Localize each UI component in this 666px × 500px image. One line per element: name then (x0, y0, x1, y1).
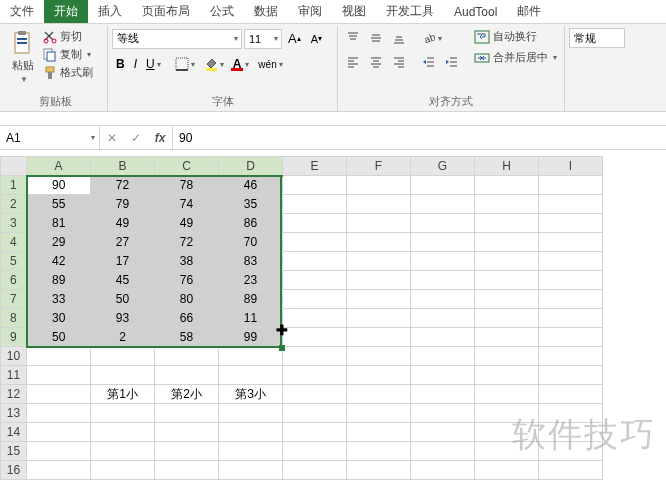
cell[interactable] (411, 461, 475, 480)
cell[interactable] (91, 347, 155, 366)
row-header[interactable]: 10 (1, 347, 27, 366)
cell[interactable]: 78 (155, 176, 219, 195)
cell[interactable] (539, 271, 603, 290)
decrease-font-button[interactable]: A▾ (307, 30, 326, 48)
cell[interactable]: 86 (219, 214, 283, 233)
border-button[interactable]: ▾ (171, 54, 199, 74)
cell[interactable]: 38 (155, 252, 219, 271)
cell[interactable] (283, 404, 347, 423)
row-header[interactable]: 14 (1, 423, 27, 442)
cell[interactable]: 89 (219, 290, 283, 309)
column-header[interactable]: A (27, 157, 91, 176)
cell[interactable]: 50 (91, 290, 155, 309)
cell[interactable] (347, 290, 411, 309)
tab-插入[interactable]: 插入 (88, 0, 132, 23)
row-header[interactable]: 2 (1, 195, 27, 214)
row-header[interactable]: 1 (1, 176, 27, 195)
cell[interactable]: 17 (91, 252, 155, 271)
cell[interactable] (347, 195, 411, 214)
cell[interactable] (283, 347, 347, 366)
orientation-button[interactable]: ab▾ (418, 28, 446, 48)
cell[interactable] (91, 404, 155, 423)
cell[interactable] (347, 252, 411, 271)
cell[interactable] (411, 385, 475, 404)
cell[interactable] (411, 347, 475, 366)
cell[interactable] (347, 385, 411, 404)
row-header[interactable]: 15 (1, 442, 27, 461)
cell[interactable] (475, 252, 539, 271)
cell[interactable]: 58 (155, 328, 219, 347)
tab-文件[interactable]: 文件 (0, 0, 44, 23)
cell[interactable] (411, 195, 475, 214)
cell[interactable] (219, 366, 283, 385)
cell[interactable]: 11 (219, 309, 283, 328)
underline-button[interactable]: U▾ (142, 54, 165, 74)
cell[interactable] (539, 328, 603, 347)
cell[interactable] (283, 214, 347, 233)
tab-数据[interactable]: 数据 (244, 0, 288, 23)
cell[interactable] (411, 290, 475, 309)
cell[interactable] (475, 366, 539, 385)
cell[interactable] (411, 423, 475, 442)
align-middle-button[interactable] (365, 28, 387, 48)
increase-indent-button[interactable] (441, 52, 463, 72)
cell[interactable] (539, 214, 603, 233)
font-size-select[interactable]: 11▾ (244, 29, 282, 49)
cell[interactable] (411, 233, 475, 252)
cell[interactable] (283, 252, 347, 271)
name-box[interactable]: A1 ▾ (0, 126, 100, 149)
cell[interactable] (219, 461, 283, 480)
column-header[interactable]: E (283, 157, 347, 176)
cell[interactable]: 74 (155, 195, 219, 214)
cell[interactable] (283, 328, 347, 347)
cell[interactable] (539, 290, 603, 309)
tab-开始[interactable]: 开始 (44, 0, 88, 23)
cell[interactable] (539, 309, 603, 328)
column-header[interactable]: H (475, 157, 539, 176)
cell[interactable]: 90 (27, 176, 91, 195)
cell[interactable] (27, 404, 91, 423)
cell[interactable] (27, 423, 91, 442)
cell[interactable] (347, 442, 411, 461)
tab-审阅[interactable]: 审阅 (288, 0, 332, 23)
cell[interactable] (539, 404, 603, 423)
cell[interactable] (539, 385, 603, 404)
cell[interactable]: 79 (91, 195, 155, 214)
cell[interactable] (155, 461, 219, 480)
cell[interactable] (475, 461, 539, 480)
cell[interactable] (539, 195, 603, 214)
cell[interactable] (539, 366, 603, 385)
cell[interactable] (539, 347, 603, 366)
cell[interactable] (539, 233, 603, 252)
cell[interactable] (155, 423, 219, 442)
font-name-select[interactable]: 等线▾ (112, 29, 242, 49)
cell[interactable]: 72 (155, 233, 219, 252)
cell[interactable]: 55 (27, 195, 91, 214)
tab-视图[interactable]: 视图 (332, 0, 376, 23)
cell[interactable] (155, 347, 219, 366)
cell[interactable]: 81 (27, 214, 91, 233)
number-format-select[interactable]: 常规 (569, 28, 625, 48)
cancel-formula-button[interactable]: ✕ (100, 131, 124, 145)
cell[interactable] (475, 290, 539, 309)
cell[interactable]: 第3小 (219, 385, 283, 404)
cell[interactable] (91, 366, 155, 385)
decrease-indent-button[interactable] (418, 52, 440, 72)
cell[interactable] (475, 233, 539, 252)
cell[interactable] (475, 176, 539, 195)
cell[interactable] (347, 461, 411, 480)
cell[interactable] (283, 366, 347, 385)
italic-button[interactable]: I (130, 54, 141, 74)
phonetic-button[interactable]: wén▾ (254, 56, 286, 73)
column-header[interactable]: I (539, 157, 603, 176)
formula-input[interactable] (173, 126, 666, 149)
cut-button[interactable]: 剪切 (40, 28, 96, 45)
cell[interactable] (411, 404, 475, 423)
cell[interactable] (347, 309, 411, 328)
column-header[interactable]: D (219, 157, 283, 176)
cell[interactable]: 35 (219, 195, 283, 214)
cell[interactable] (347, 176, 411, 195)
column-header[interactable]: C (155, 157, 219, 176)
worksheet[interactable]: ABCDEFGHI1907278462557974353814949864292… (0, 156, 666, 480)
cell[interactable] (475, 442, 539, 461)
